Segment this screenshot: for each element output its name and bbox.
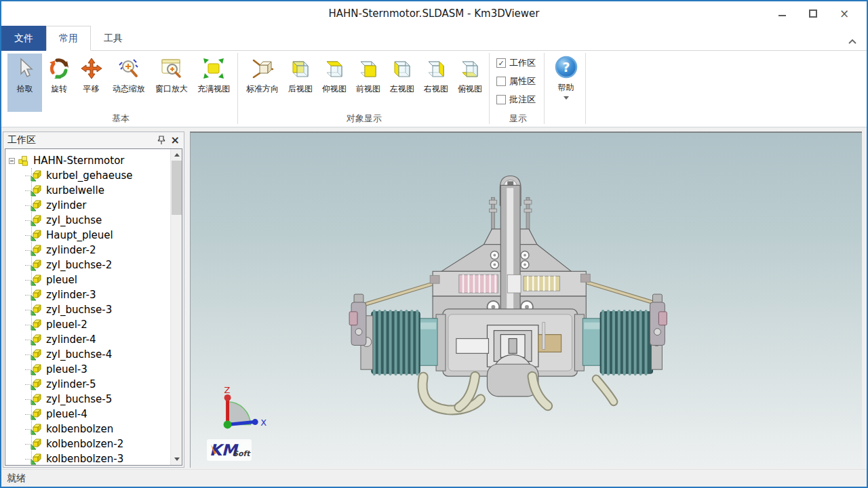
svg-text:?: ? xyxy=(562,60,570,75)
ribbon-button-pan[interactable]: 平移 xyxy=(76,54,106,112)
tree-item-kolbenbolzen-3[interactable]: kolbenbolzen-3 xyxy=(5,451,170,465)
part-icon xyxy=(31,214,43,226)
tree-item-label: zyl_buchse xyxy=(46,214,102,226)
group-label-basic: 基本 xyxy=(7,113,235,125)
ribbon-button-cube-face-top[interactable]: 仰视图 xyxy=(318,54,351,112)
ribbon-tab-bar: 文件常用工具 xyxy=(1,26,867,51)
group-separator xyxy=(237,53,238,124)
tree-connector-stub xyxy=(25,429,31,430)
maximize-icon xyxy=(809,9,817,18)
tree-item-zyl_buchse-3[interactable]: zyl_buchse-3 xyxy=(5,302,170,317)
ribbon-button-fit-view[interactable]: 充满视图 xyxy=(194,54,234,112)
tree-item-zylinder-5[interactable]: zylinder-5 xyxy=(5,377,170,392)
close-button[interactable]: × xyxy=(829,3,860,24)
panel-toggle-2[interactable]: 批注区 xyxy=(496,94,544,106)
group-label-show: 显示 xyxy=(492,113,544,125)
window-zoom-icon xyxy=(160,57,183,80)
ribbon-button-cube-face-front[interactable]: 前视图 xyxy=(352,54,384,112)
tree-item-zyl_buchse-4[interactable]: zyl_buchse-4 xyxy=(5,347,170,362)
tree-item-kurbelwelle[interactable]: kurbelwelle xyxy=(5,183,170,198)
ribbon-button-cube-face-right[interactable]: 右视图 xyxy=(420,54,452,112)
tree-scrollbar[interactable] xyxy=(170,149,182,465)
tree-connector-stub xyxy=(25,340,31,340)
tree-item-zylinder-2[interactable]: zylinder-2 xyxy=(5,243,170,258)
tree-collapse-toggle[interactable] xyxy=(9,158,15,164)
tree-connector-stub xyxy=(25,310,31,310)
help-button[interactable]: ? 帮助 xyxy=(547,51,585,127)
tree-item-pleuel-2[interactable]: pleuel-2 xyxy=(5,317,170,332)
scroll-down-arrow[interactable] xyxy=(171,453,182,465)
part-icon xyxy=(31,393,43,405)
tree-item-pleuel-3[interactable]: pleuel-3 xyxy=(5,362,170,377)
tree-item-label: zylinder-2 xyxy=(46,244,96,256)
tree-item-label: zylinder xyxy=(46,199,87,211)
tree-item-pleuel[interactable]: pleuel xyxy=(5,272,170,287)
minimize-button[interactable] xyxy=(766,3,797,24)
tree-connector-stub xyxy=(25,444,31,445)
ribbon-button-window-zoom[interactable]: 窗口放大 xyxy=(151,54,192,112)
ribbon-button-rotate[interactable]: 旋转 xyxy=(43,54,74,112)
ribbon-button-standard-orientation[interactable]: 标准方向 xyxy=(242,54,283,112)
ribbon-button-label: 平移 xyxy=(83,83,100,95)
cube-face-front-icon xyxy=(357,57,380,80)
tree-connector-stub xyxy=(25,459,31,460)
tree-item-kolbenbolzen-2[interactable]: kolbenbolzen-2 xyxy=(5,436,170,451)
tree-item-zyl_buchse-2[interactable]: zyl_buchse-2 xyxy=(5,258,170,272)
ribbon-button-cube-face-back[interactable]: 后视图 xyxy=(284,54,317,112)
tree-item-label: kolbenbolzen-3 xyxy=(46,453,123,465)
ribbon-button-label: 拾取 xyxy=(17,83,33,95)
tree-item-pleuel-4[interactable]: pleuel-4 xyxy=(5,407,170,422)
tree-item-zylinder-4[interactable]: zylinder-4 xyxy=(5,332,170,347)
checkbox-checked-icon[interactable]: ✓ xyxy=(496,58,506,68)
pan-icon xyxy=(80,57,103,80)
part-icon xyxy=(31,363,43,375)
window-controls: × xyxy=(766,1,860,26)
group-label-object-display: 对象显示 xyxy=(241,113,487,125)
tree-item-zyl_buchse[interactable]: zyl_buchse xyxy=(5,213,170,228)
tab-home[interactable]: 常用 xyxy=(46,26,91,51)
tree-item-zyl_buchse-5[interactable]: zyl_buchse-5 xyxy=(5,392,170,407)
tree-root-item[interactable]: HAHN-Sternmotor xyxy=(5,153,170,168)
ribbon-button-label: 动态缩放 xyxy=(113,83,145,95)
ribbon-button-cube-face-left[interactable]: 左视图 xyxy=(386,54,418,112)
collapse-ribbon-button[interactable] xyxy=(848,35,857,41)
checkbox-unchecked-icon[interactable] xyxy=(496,77,506,86)
ribbon-button-cube-face-bottom[interactable]: 俯视图 xyxy=(454,54,486,112)
panel-toggle-0[interactable]: ✓工作区 xyxy=(496,57,544,69)
tab-tools[interactable]: 工具 xyxy=(91,26,136,51)
tree-item-Haupt_pleuel[interactable]: Haupt_pleuel xyxy=(5,228,170,243)
pin-icon[interactable] xyxy=(157,136,165,145)
viewport-3d[interactable]: Z X KM Soft xyxy=(190,131,862,468)
tree-item-label: pleuel xyxy=(46,274,77,286)
tree-root-label: HAHN-Sternmotor xyxy=(33,155,125,167)
help-dropdown-arrow[interactable] xyxy=(564,96,569,100)
maximize-button[interactable] xyxy=(797,3,829,24)
panel-toggle-1[interactable]: 属性区 xyxy=(496,75,544,87)
tree-connector-stub xyxy=(25,280,31,281)
tree-item-label: pleuel-4 xyxy=(46,408,87,420)
part-icon xyxy=(31,289,43,301)
tree-item-kolbenbolzen[interactable]: kolbenbolzen xyxy=(5,422,170,436)
checkbox-label: 工作区 xyxy=(509,57,536,69)
scroll-thumb[interactable] xyxy=(172,161,182,215)
scroll-up-arrow[interactable] xyxy=(171,149,182,161)
part-icon xyxy=(31,169,43,182)
tab-file[interactable]: 文件 xyxy=(1,26,46,51)
cube-face-left-icon xyxy=(391,57,414,80)
tree-item-zylinder[interactable]: zylinder xyxy=(5,198,170,213)
axis-z-label: Z xyxy=(224,385,231,395)
part-icon xyxy=(31,453,43,465)
group-separator xyxy=(585,53,586,124)
tree-item-kurbel_gehaeuse[interactable]: kurbel_gehaeuse xyxy=(5,168,170,183)
ribbon-button-pick-cursor[interactable]: 拾取 xyxy=(7,54,42,112)
status-bar: 就绪 xyxy=(1,469,867,487)
part-icon xyxy=(31,184,43,197)
tree-item-zylinder-3[interactable]: zylinder-3 xyxy=(5,287,170,302)
titlebar[interactable]: HAHN-Sternmotor.SLDASM - Km3DViewer × xyxy=(1,1,867,26)
panel-close-icon[interactable]: × xyxy=(171,135,180,146)
part-icon xyxy=(31,319,43,331)
ribbon-button-label: 仰视图 xyxy=(322,83,347,95)
ribbon-button-dynamic-zoom[interactable]: 动态缩放 xyxy=(108,54,149,112)
part-icon xyxy=(31,259,43,271)
checkbox-unchecked-icon[interactable] xyxy=(496,95,506,104)
